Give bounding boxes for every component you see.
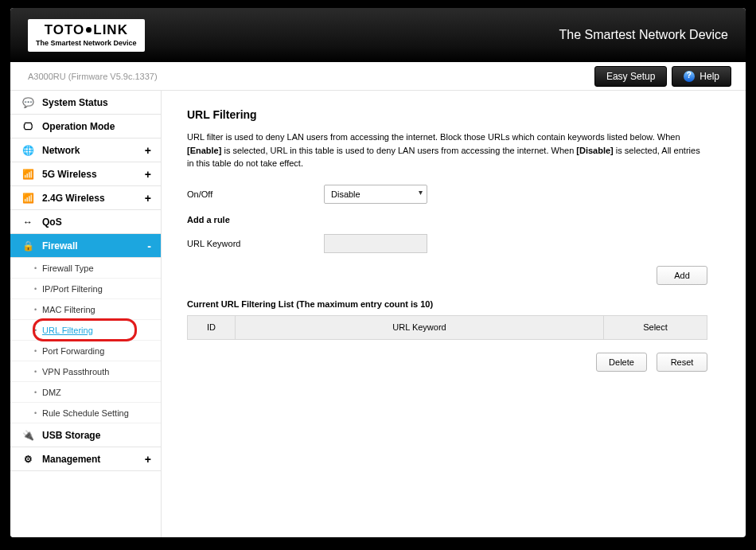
delete-button[interactable]: Delete xyxy=(596,353,647,372)
sidebar-sub-vpn-passthrough[interactable]: VPN Passthrouth xyxy=(10,361,161,382)
page-title: URL Filtering xyxy=(187,108,707,121)
help-icon xyxy=(684,71,695,82)
sidebar-item-24g-wireless[interactable]: 📶 2.4G Wireless + xyxy=(10,186,161,210)
th-id: ID xyxy=(188,315,236,339)
url-keyword-input[interactable] xyxy=(324,234,427,253)
lock-icon: 🔒 xyxy=(20,240,36,252)
reset-button[interactable]: Reset xyxy=(657,353,707,372)
logo: TOTO LINK The Smartest Network Device xyxy=(28,19,145,52)
sidebar-item-system-status[interactable]: 💬 System Status xyxy=(10,91,161,115)
onoff-label: On/Off xyxy=(187,189,324,199)
logo-text-left: TOTO xyxy=(45,22,85,38)
sidebar-item-label: Firewall xyxy=(42,240,78,252)
sidebar-item-operation-mode[interactable]: 🖵 Operation Mode xyxy=(10,115,161,138)
sidebar-item-label: 5G Wireless xyxy=(42,169,97,180)
url-filter-table: ID URL Keyword Select xyxy=(187,315,707,340)
expand-icon: + xyxy=(145,168,151,181)
sidebar-sub-dmz[interactable]: DMZ xyxy=(10,382,161,403)
collapse-icon: - xyxy=(147,240,151,252)
th-keyword: URL Keyword xyxy=(236,315,604,339)
sidebar-sub-label: VPN Passthrouth xyxy=(42,367,109,376)
sidebar-item-network[interactable]: 🌐 Network + xyxy=(10,138,161,162)
info-bar: A3000RU (Firmware V5.9c.1337) Easy Setup… xyxy=(10,62,746,91)
sidebar-item-qos[interactable]: ↔ QoS xyxy=(10,210,161,234)
globe-icon: 🌐 xyxy=(20,145,36,156)
wifi-icon: 📶 xyxy=(20,169,36,180)
sidebar-item-label: QoS xyxy=(42,216,62,228)
sidebar-sub-label: Port Forwarding xyxy=(42,346,104,356)
onoff-select-wrap[interactable]: Disable xyxy=(324,185,427,204)
sidebar-sub-label: URL Filtering xyxy=(42,326,93,335)
sidebar-sub-label: Firewall Type xyxy=(42,263,94,273)
sidebar-sub-firewall-type[interactable]: Firewall Type xyxy=(10,258,161,279)
url-keyword-label: URL Keyword xyxy=(187,239,324,248)
logo-text-right: LINK xyxy=(93,22,128,38)
sidebar-item-label: Operation Mode xyxy=(42,121,115,132)
sidebar-sub-mac-filtering[interactable]: MAC Filtering xyxy=(10,299,161,320)
easy-setup-label: Easy Setup xyxy=(606,71,655,82)
sidebar-item-label: Network xyxy=(42,145,80,156)
sidebar-item-usb-storage[interactable]: 🔌 USB Storage xyxy=(10,423,161,447)
expand-icon: + xyxy=(145,144,151,157)
sidebar-sub-ipport-filtering[interactable]: IP/Port Filtering xyxy=(10,279,161,299)
usb-icon: 🔌 xyxy=(20,430,36,441)
chat-icon: 💬 xyxy=(20,97,36,108)
expand-icon: + xyxy=(145,453,151,466)
sidebar-sub-url-filtering[interactable]: URL Filtering xyxy=(10,320,161,341)
wifi-icon: 📶 xyxy=(20,193,36,204)
sidebar-item-label: Management xyxy=(42,454,100,465)
arrows-icon: ↔ xyxy=(20,216,36,228)
sidebar-sub-port-forwarding[interactable]: Port Forwarding xyxy=(10,341,161,361)
help-label: Help xyxy=(699,71,719,82)
add-rule-heading: Add a rule xyxy=(187,215,707,224)
header-tagline: The Smartest Network Device xyxy=(559,28,728,42)
gear-icon: ⚙ xyxy=(20,454,36,465)
sidebar: 💬 System Status 🖵 Operation Mode 🌐 Netwo… xyxy=(10,91,162,537)
sidebar-sub-rule-schedule[interactable]: Rule Schedule Setting xyxy=(10,403,161,423)
easy-setup-button[interactable]: Easy Setup xyxy=(594,66,667,87)
logo-subtitle: The Smartest Network Device xyxy=(36,39,137,47)
logo-dot-icon xyxy=(86,27,92,33)
list-title: Current URL Filtering List (The maximum … xyxy=(187,299,707,309)
sidebar-item-label: 2.4G Wireless xyxy=(42,193,105,204)
sidebar-sub-label: MAC Filtering xyxy=(42,305,95,314)
add-button[interactable]: Add xyxy=(657,266,707,285)
sidebar-sub-label: Rule Schedule Setting xyxy=(42,408,129,418)
help-button[interactable]: Help xyxy=(672,66,731,87)
onoff-select[interactable]: Disable xyxy=(324,185,427,204)
sidebar-sub-label: DMZ xyxy=(42,388,61,397)
sidebar-item-5g-wireless[interactable]: 📶 5G Wireless + xyxy=(10,162,161,186)
sidebar-item-management[interactable]: ⚙ Management + xyxy=(10,447,161,471)
page-description: URL filter is used to deny LAN users fro… xyxy=(187,131,707,170)
expand-icon: + xyxy=(145,192,151,205)
sidebar-item-label: USB Storage xyxy=(42,430,100,441)
sidebar-item-label: System Status xyxy=(42,97,108,108)
header-bar: TOTO LINK The Smartest Network Device Th… xyxy=(10,8,746,62)
model-firmware-text: A3000RU (Firmware V5.9c.1337) xyxy=(28,72,158,81)
sidebar-sub-label: IP/Port Filtering xyxy=(42,284,103,294)
sidebar-item-firewall[interactable]: 🔒 Firewall - xyxy=(10,234,161,258)
th-select: Select xyxy=(604,315,707,339)
main-content: URL Filtering URL filter is used to deny… xyxy=(162,91,746,537)
monitor-icon: 🖵 xyxy=(20,121,36,132)
